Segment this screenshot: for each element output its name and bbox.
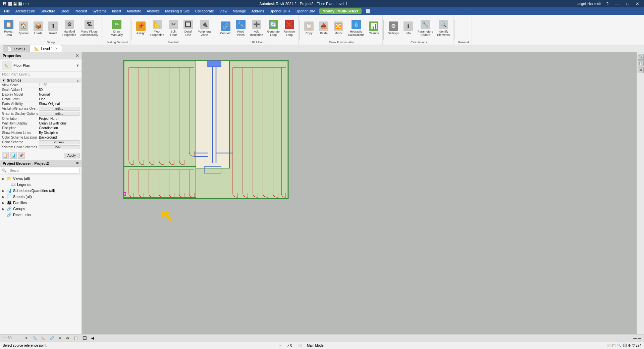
menu-uponor-bim[interactable]: Uponor BIM — [293, 8, 318, 14]
ribbon-btn-peripheral-zone[interactable]: 🔌PeripheralZone — [196, 19, 213, 37]
properties-header: Properties ✕ — [0, 52, 82, 59]
tool-btn-2[interactable]: 📊 — [10, 152, 17, 159]
ribbon-btn-connect[interactable]: 🔗Connect — [219, 21, 233, 36]
menu-massing[interactable]: Massing & Site — [162, 8, 192, 14]
prop-system-colors[interactable]: System Color Schemes Edit... — [0, 145, 82, 150]
tool-btn-3[interactable]: 📌 — [18, 152, 25, 159]
search-input[interactable] — [8, 168, 79, 173]
revit-links-label: Revit Links — [13, 213, 31, 217]
menu-uponor-ufh[interactable]: Uponor UFH — [267, 8, 293, 14]
ribbon-btn-spaces[interactable]: 🏠Spaces — [17, 21, 30, 36]
ribbon-btn-insert[interactable]: ⬆Insert — [46, 21, 60, 36]
bt-view-5[interactable]: 🔗 — [48, 336, 56, 341]
tree-item-schedules[interactable]: ▶ 📊 Schedules/Quantities (all) — [0, 188, 82, 194]
menu-view[interactable]: View — [217, 8, 230, 14]
menu-precast[interactable]: Precast — [72, 8, 90, 14]
ribbon-btn-results[interactable]: 📊Results — [367, 21, 380, 36]
menu-file[interactable]: File — [1, 8, 13, 14]
ribbon-btn-hydraulic[interactable]: 💧HydraulicCalculations — [346, 19, 366, 37]
view-controls-2[interactable]: 📋 — [638, 60, 644, 66]
tree-item-views[interactable]: ▶ 📁 Views (all) — [0, 176, 82, 182]
menu-analyze[interactable]: Analyze — [144, 8, 162, 14]
apply-button[interactable]: Apply — [64, 153, 79, 158]
draw-buttons: 📋Copy 📥Paste 🔀Mirror 💧HydraulicCalculati… — [302, 16, 380, 40]
bt-scale[interactable]: 1 : 50 — [1, 336, 13, 341]
view-controls-1[interactable]: 🔍 — [638, 54, 644, 60]
menu-manage[interactable]: Manage — [230, 8, 249, 14]
tree-item-sheets[interactable]: ▶ 📄 Sheets (all) — [0, 194, 82, 200]
bt-view-8[interactable]: 📋 — [72, 336, 79, 341]
bt-view-6[interactable]: ✏ — [57, 336, 63, 341]
graphics-collapse: ▼ — [2, 79, 5, 82]
prop-visibility-graphics[interactable]: Visibility/Graphics Ove... Edit... — [0, 106, 82, 111]
properties-close[interactable]: ✕ — [75, 53, 79, 58]
prop-color-scheme[interactable]: Color Scheme <none> — [0, 140, 82, 145]
menu-structure[interactable]: Structure — [38, 8, 58, 14]
menu-steel[interactable]: Steel — [58, 8, 72, 14]
prop-graphic-display[interactable]: Graphic Display Options Edit... — [0, 111, 82, 116]
bt-view-7[interactable]: ⚙ — [64, 336, 71, 341]
ribbon-btn-manifold-properties[interactable]: ⚙ManifoldProperties — [61, 19, 77, 37]
minimize-button[interactable]: — — [613, 1, 622, 6]
tree-item-groups[interactable]: ▶ 🔗 Groups — [0, 206, 82, 212]
bt-view-1[interactable]: ⬜ — [14, 336, 22, 341]
type-selector[interactable]: 📐 Floor Plan ▼ — [0, 59, 82, 72]
ribbon-btn-remove-loop[interactable]: ❌RemoveLoop — [282, 19, 297, 37]
ribbon-btn-draw-manually[interactable]: ✏DrawManually — [109, 19, 124, 37]
ribbon-btn-generate-loop[interactable]: 🔄GenerateLoop — [266, 19, 281, 37]
tool-btn-1[interactable]: 📋 — [2, 152, 9, 159]
maximize-button[interactable]: □ — [624, 1, 631, 6]
menu-annotate[interactable]: Annotate — [124, 8, 144, 14]
ribbon-btn-detail-line[interactable]: 🔲DetailLine — [181, 19, 195, 37]
view-controls-3[interactable]: ⚙ — [638, 67, 644, 73]
help-icon[interactable]: ? — [604, 1, 610, 6]
ribbon-btn-feed-pipes[interactable]: 🔧FeedPipes — [234, 19, 248, 37]
status-icon-5[interactable]: ⚙ — [628, 344, 631, 347]
bt-view-9[interactable]: 🔲 — [81, 336, 88, 341]
bt-view-10[interactable]: ◀ — [90, 336, 96, 341]
canvas-area[interactable]: ➜ — [82, 52, 637, 334]
status-icon-4[interactable]: 🔲 — [623, 344, 627, 347]
status-icon-3[interactable]: 🔍 — [617, 344, 621, 347]
ufh-label: UFH Floor — [251, 40, 265, 44]
ribbon-btn-identify-elements[interactable]: 🔍IdentifyElements — [436, 19, 451, 37]
ribbon-btn-mirror[interactable]: 🔀Mirror — [332, 21, 345, 36]
bt-right-1[interactable]: — — — [632, 336, 643, 341]
menu-extra[interactable]: ⬜ — [363, 8, 373, 14]
ribbon-btn-floor-properties[interactable]: 📐FloorProperties — [149, 19, 165, 37]
ribbon-btn-copy[interactable]: 📋Copy — [302, 21, 316, 36]
tab-level1-first[interactable]: 📄 Level 1 — [3, 45, 30, 52]
bt-view-4[interactable]: 📐 — [40, 336, 47, 341]
ribbon-btn-place-floors[interactable]: 🏗Place FloorsAutomatically — [79, 19, 100, 37]
prop-scale-value: Scale Value 1: 50 — [0, 88, 82, 92]
menu-systems[interactable]: Systems — [90, 8, 109, 14]
ribbon-btn-loads[interactable]: 📦Loads — [32, 21, 45, 36]
ribbon-btn-settings[interactable]: ⚙Settings — [386, 21, 400, 36]
graphics-header[interactable]: ▼ Graphics ▲ — [0, 78, 82, 83]
tab-level1-active[interactable]: 📐 Level 1 ✕ — [30, 45, 62, 52]
ribbon-btn-assign[interactable]: 📌Assign — [134, 21, 148, 36]
type-dropdown[interactable]: ▼ — [76, 63, 79, 67]
menu-modify-multiselect[interactable]: Modify | Multi-Select — [319, 8, 362, 14]
menu-insert[interactable]: Insert — [109, 8, 124, 14]
tab-close-button[interactable]: ✕ — [55, 47, 58, 50]
menu-collaborate[interactable]: Collaborate — [193, 8, 217, 14]
menu-addins[interactable]: Add-Ins — [249, 8, 267, 14]
ribbon-btn-info[interactable]: ℹInfo — [401, 21, 415, 36]
ribbon-btn-paste[interactable]: 📥Paste — [317, 21, 330, 36]
status-icon-1[interactable]: ⬜ — [606, 344, 610, 347]
browser-close[interactable]: ✕ — [76, 161, 79, 165]
menu-architecture[interactable]: Architecture — [13, 8, 38, 14]
graphics-scroll-up[interactable]: ▲ — [76, 79, 79, 82]
status-icon-2[interactable]: 📋 — [612, 344, 616, 347]
bt-view-2[interactable]: ☀ — [23, 336, 30, 341]
tree-item-families[interactable]: ▶ 👪 Families — [0, 200, 82, 206]
tree-item-legends[interactable]: 📖 Legends — [0, 182, 82, 188]
ribbon-btn-parameters-update[interactable]: 🔧ParametersUpdate — [416, 19, 435, 37]
ribbon-btn-add-insulation[interactable]: ➕AddInsulation — [249, 19, 265, 37]
close-button[interactable]: ✕ — [634, 1, 641, 6]
ribbon-btn-project-data[interactable]: 📋ProjectData — [2, 19, 15, 37]
bt-view-3[interactable]: 🔍 — [31, 336, 38, 341]
tree-item-revit-links[interactable]: 🔗 Revit Links — [0, 212, 82, 218]
ribbon-btn-split-floor[interactable]: ✂SplitFloor — [167, 19, 180, 37]
